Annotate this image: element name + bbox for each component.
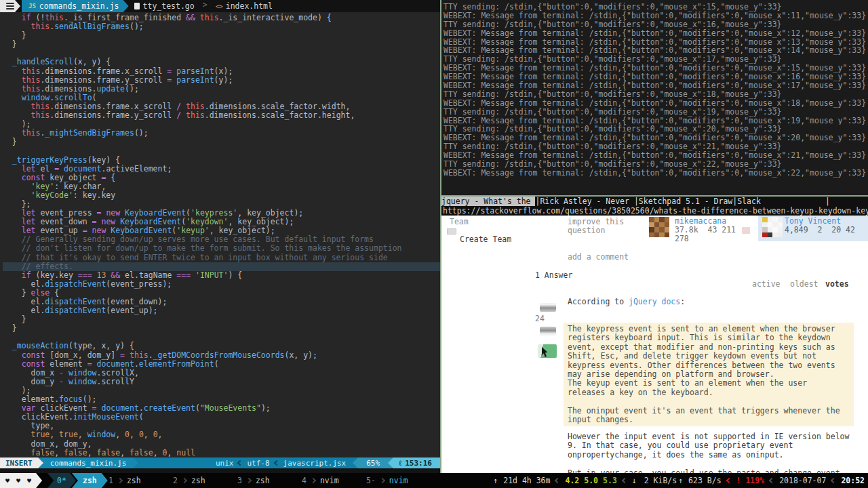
mouse-cursor	[542, 347, 550, 357]
code-line: el.dispatchEvent(event_up);	[3, 306, 440, 315]
chevron-right-icon	[311, 478, 316, 483]
alert-percent: ! 119%	[736, 476, 765, 485]
answer-paragraphs: However the input event is not supported…	[568, 432, 849, 473]
powerline-arrow	[353, 458, 358, 468]
log-line: WEBEXT: Message from terminal: /stdin,{"…	[443, 12, 868, 20]
log-line: WEBEXT: Message from terminal: /stdin,{"…	[443, 151, 868, 160]
menu-button[interactable]	[0, 0, 20, 12]
scroll-percent: 65%	[358, 458, 388, 468]
vim-pane[interactable]: JS commands_mixin.js tty_test.go > <> in…	[0, 0, 440, 473]
status-date: 2018-07-07	[779, 476, 826, 485]
paragraph-line: onpropertychange, it does the same as on…	[568, 451, 849, 460]
log-line: WEBEXT: Message from terminal: /stdin,{"…	[443, 169, 868, 178]
downvote-button[interactable]	[540, 327, 556, 336]
log-line: TTY sending: /stdin,{"button":0,"modifie…	[443, 55, 868, 64]
code-editor[interactable]: if (!this._is_first_frame_finished && th…	[0, 12, 440, 458]
code-line: clickEvent.initMouseEvent(	[3, 413, 440, 422]
uptime-icon: ↑	[493, 476, 498, 485]
active-window-name[interactable]: zsh	[72, 473, 108, 488]
log-line: WEBEXT: Message from terminal: /stdin,{"…	[443, 81, 868, 90]
log-line: WEBEXT: Message from terminal: /stdin,{"…	[443, 46, 868, 55]
log-line: TTY sending: /stdin,{"button":0,"modifie…	[443, 3, 868, 12]
chevron-left-icon	[237, 460, 243, 466]
load-average: 5.0	[584, 476, 598, 485]
quote-line: input changes.	[568, 415, 840, 424]
mode-indicator: INSERT	[0, 458, 38, 468]
chevron-right-icon	[117, 478, 123, 483]
cursor-position: ℓ 153:16	[393, 458, 440, 468]
upvote-button[interactable]	[540, 303, 556, 312]
tmux-window-4[interactable]: 4nvim	[302, 476, 366, 485]
tmux-window-3[interactable]: 3zsh	[237, 476, 302, 485]
quote-line: releases a key on the keyboard.	[568, 388, 840, 397]
log-line: WEBEXT: Message from terminal: /stdin,{"…	[443, 73, 868, 81]
javascript-file-icon: JS	[28, 3, 36, 9]
chevron-right-icon	[182, 478, 187, 483]
improve-question-link[interactable]: question	[568, 226, 605, 235]
log-line: WEBEXT: Message from terminal: /stdin,{"…	[443, 117, 868, 125]
powerline-arrow	[38, 458, 43, 468]
paragraph-line: However the input event is not supported…	[568, 432, 849, 441]
quote-line: The keyup event is sent to an element wh…	[568, 379, 840, 388]
sort-oldest-tab[interactable]: oldest	[790, 280, 818, 289]
log-line: WEBEXT: Message from terminal: /stdin,{"…	[443, 99, 868, 108]
tmux-window-2[interactable]: 2zsh	[173, 476, 237, 485]
code-line: this.sendAllBigFrames();	[3, 22, 440, 31]
vote-count: 24	[535, 314, 545, 323]
status-clock: 20:52	[841, 476, 865, 485]
tmux-status-right: ↑ 21d 4h 36m 4.25.05.3 ↓ 2 KiB/s↑ 623 B/…	[493, 473, 865, 488]
url-bar[interactable]: https://stackoverflow.com/questions/3850…	[443, 206, 868, 216]
jquery-docs-link[interactable]: jQuery docs	[629, 297, 680, 306]
code-line: }	[3, 31, 440, 40]
sort-votes-tab[interactable]: votes	[825, 280, 849, 289]
load-averages: 4.25.05.3	[565, 476, 616, 485]
log-line: WEBEXT: Message from terminal: /stdin,{"…	[443, 29, 868, 38]
statusline-info: unix utf-8 javascript.jsx	[138, 458, 353, 468]
quote-line: registers keyboard input. This is simila…	[568, 333, 840, 342]
log-line: TTY sending: /stdin,{"button":0,"modifie…	[443, 108, 868, 117]
tmux-window-5[interactable]: 5-nvim	[366, 476, 431, 485]
code-line: }	[3, 138, 440, 146]
html-file-icon: <>	[216, 3, 222, 10]
tab-separator: >	[200, 0, 210, 12]
tab-label: tty_test.go	[143, 1, 195, 11]
accepted-answer-check	[538, 344, 557, 358]
tab-bar-pipe: |	[825, 197, 830, 206]
tmux-window-list: 1zsh2zsh3zsh4nvim5-nvim	[108, 473, 431, 488]
active-window-index[interactable]: 0*	[47, 473, 76, 488]
tmux-status-bar: ♥ ♥ ♥ 0* zsh 1zsh2zsh3zsh4nvim5-nvim ↑ 2…	[0, 473, 868, 488]
powerline-arrow	[388, 458, 393, 468]
sort-active-tab[interactable]: active	[752, 280, 781, 289]
tab-tty-test[interactable]: tty_test.go	[129, 0, 200, 12]
tab-index-html[interactable]: <> index.html	[210, 0, 278, 12]
tmux-window-1[interactable]: 1zsh	[108, 476, 173, 485]
code-line: }	[3, 315, 440, 324]
down-arrow-icon: ↓	[632, 476, 637, 485]
file-encoding: utf-8	[247, 459, 269, 468]
browsh-browser-pane[interactable]: jquery - What's the |Rick Astley - Never…	[441, 197, 868, 473]
vim-statusline: INSERT commands_mixin.js unix utf-8 java…	[0, 458, 440, 468]
add-comment-link[interactable]: add a comment	[568, 253, 629, 262]
answer-intro: According to jQuery docs:	[568, 298, 685, 306]
browser-tabs-other[interactable]: |Rick Astley - Never |Sketchpad 5.1 - Dr…	[535, 197, 760, 206]
user-reputation: 4,849 2 20 42	[785, 226, 855, 235]
create-team-link[interactable]: Create Team	[460, 235, 511, 244]
log-line: TTY sending: /stdin,{"button":0,"modifie…	[443, 160, 868, 169]
terminal-log-pane[interactable]: TTY sending: /stdin,{"button":0,"modifie…	[441, 0, 868, 195]
chevron-left-icon	[273, 460, 279, 466]
log-line: TTY sending: /stdin,{"button":0,"modifie…	[443, 90, 868, 99]
network-down: ↓ 2 KiB/s↑	[632, 476, 683, 485]
log-line: TTY sending: /stdin,{"button":0,"modifie…	[443, 125, 868, 134]
file-type: javascript.jsx	[283, 459, 347, 468]
powerline-arrow	[133, 458, 138, 468]
quote-line: may arise depending on platform and brow…	[568, 370, 840, 379]
tab-commands-mixin[interactable]: JS commands_mixin.js	[22, 0, 129, 12]
chevron-left-icon	[622, 478, 627, 483]
hamburger-icon	[6, 1, 14, 11]
team-label: Team	[450, 218, 469, 226]
log-line: TTY sending: /stdin,{"button":0,"modifie…	[443, 142, 868, 151]
code-line: 'keyCode': key.key	[3, 191, 440, 200]
quote-line: The oninput event it's an event that tri…	[568, 407, 840, 415]
browser-tab-jquery[interactable]: jquery - What's the	[441, 197, 535, 206]
code-line: dom_y - window.scrollY	[3, 378, 440, 386]
